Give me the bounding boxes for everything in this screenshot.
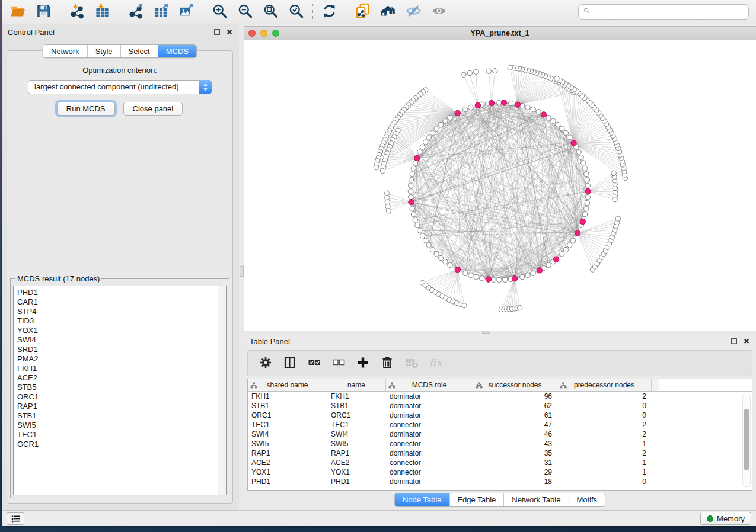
column-header-predecessor-nodes[interactable]: predecessor nodes [557, 379, 652, 391]
task-list-icon [11, 514, 21, 523]
table-settings-icon [259, 355, 273, 370]
delete-rows-button[interactable] [380, 355, 394, 371]
run-mcds-button[interactable]: Run MCDS [57, 102, 115, 116]
float-panel-icon[interactable] [213, 28, 221, 36]
column-header-MCDS-role[interactable]: MCDS role [386, 379, 473, 391]
cell: 0 [557, 402, 652, 410]
open-file-button[interactable] [10, 3, 26, 21]
close-panel-button[interactable]: Close panel [123, 102, 183, 116]
control-panel-header: Control Panel [2, 24, 239, 40]
task-list-button[interactable] [7, 512, 24, 525]
select-all-button[interactable] [307, 355, 321, 371]
table-settings-button[interactable] [259, 355, 273, 371]
vertical-splitter[interactable] [239, 24, 244, 511]
export-image-button[interactable] [178, 3, 194, 21]
show-columns-button[interactable] [283, 355, 297, 371]
close-window-icon[interactable] [248, 30, 256, 37]
criterion-dropdown[interactable]: largest connected component (undirected) [28, 80, 212, 94]
control-panel-title: Control Panel [8, 28, 55, 37]
column-header-name[interactable]: name [327, 379, 386, 391]
first-neighbors-button[interactable] [380, 3, 396, 21]
refresh-view-button[interactable] [321, 3, 337, 21]
table-row[interactable]: STB1STB1dominator620 [248, 401, 752, 411]
tab-network-table[interactable]: Network Table [503, 493, 568, 506]
hide-selected-button[interactable] [406, 3, 422, 21]
table-row[interactable]: TEC1TEC1connector472 [248, 420, 752, 430]
network-graph[interactable] [244, 40, 756, 331]
import-network-button[interactable] [69, 3, 85, 21]
close-panel-icon[interactable] [226, 28, 233, 36]
add-column-button[interactable] [356, 355, 370, 371]
column-header-shared-name[interactable]: shared name [248, 379, 327, 391]
tab-select[interactable]: Select [120, 45, 158, 57]
zoom-in-button[interactable] [212, 3, 228, 21]
cell: 1 [557, 468, 652, 476]
show-all-button[interactable] [431, 3, 447, 21]
save-session-button[interactable] [36, 3, 52, 21]
tab-motifs[interactable]: Motifs [568, 493, 605, 506]
tab-mcds[interactable]: MCDS [158, 45, 196, 57]
zoom-out-button[interactable] [237, 3, 253, 21]
table-row[interactable]: FKH1FKH1dominator962 [248, 392, 752, 401]
splitter-grip[interactable] [240, 266, 244, 277]
mcds-result-item[interactable]: STB1 [17, 411, 226, 421]
column-type-icon [388, 382, 395, 389]
mcds-result-item[interactable]: STP4 [17, 307, 226, 316]
cell: 1 [557, 440, 652, 448]
mcds-result-item[interactable]: FKH1 [17, 364, 226, 373]
close-panel-icon[interactable] [743, 338, 750, 345]
table-row[interactable]: SWI5SWI5connector431 [248, 439, 752, 448]
mcds-result-item[interactable]: SRD1 [17, 345, 226, 354]
export-table-button[interactable] [153, 3, 169, 21]
zoom-selected-button[interactable] [288, 3, 304, 21]
mcds-result-item[interactable]: TID3 [17, 316, 226, 326]
table-row[interactable]: SWI4SWI4dominator462 [248, 430, 752, 439]
refresh-view-icon [321, 3, 337, 19]
clone-network-button[interactable] [355, 3, 371, 21]
table-row[interactable]: ORC1ORC1dominator610 [248, 411, 752, 420]
cell: SWI5 [327, 440, 386, 448]
mcds-result-item[interactable]: PMA2 [17, 354, 226, 364]
mcds-result-item[interactable]: SWI5 [17, 421, 226, 430]
zoom-fit-button[interactable] [263, 3, 279, 21]
mcds-result-item[interactable]: PHD1 [17, 288, 226, 297]
deselect-all-button[interactable] [331, 355, 346, 371]
control-panel-tabs: NetworkStyleSelectMCDS [43, 44, 197, 58]
table-row[interactable]: YOX1YOX1connector291 [248, 467, 752, 477]
import-table-button[interactable] [94, 3, 110, 21]
tab-edge-table[interactable]: Edge Table [449, 493, 503, 506]
table-row[interactable]: PHD1PHD1dominator180 [248, 477, 752, 486]
column-header-successor-nodes[interactable]: successor nodes [473, 379, 557, 391]
table-row[interactable]: ACE2ACE2connector311 [248, 458, 752, 467]
mcds-result-item[interactable]: ACE2 [17, 373, 226, 383]
mcds-result-item[interactable]: TEC1 [17, 430, 226, 440]
network-canvas[interactable] [244, 40, 756, 331]
mcds-result-item[interactable]: STB5 [17, 383, 226, 392]
mcds-result-item[interactable]: GCR1 [17, 440, 226, 449]
mcds-result-item[interactable]: RAP1 [17, 402, 226, 411]
cell: TEC1 [327, 421, 386, 429]
table-row[interactable]: RAP1RAP1dominator352 [248, 448, 752, 458]
mcds-result-item[interactable]: CAR1 [17, 297, 226, 307]
deselect-all-icon [331, 355, 346, 370]
float-panel-icon[interactable] [731, 338, 738, 345]
scrollbar-thumb[interactable] [744, 409, 749, 470]
mcds-result-item[interactable]: ORC1 [17, 392, 226, 402]
open-file-icon [10, 3, 26, 19]
search-input[interactable] [595, 5, 748, 18]
network-window-title: YPA_prune.txt_1 [244, 29, 756, 37]
network-window-titlebar[interactable]: YPA_prune.txt_1 [244, 26, 756, 40]
export-network-button[interactable] [127, 3, 143, 21]
show-columns-icon [283, 355, 297, 370]
result-list-scrollbar[interactable] [218, 286, 226, 495]
tab-node-table[interactable]: Node Table [395, 493, 449, 506]
tab-network[interactable]: Network [43, 45, 87, 57]
minimize-window-icon[interactable] [260, 30, 267, 37]
mcds-result-item[interactable]: YOX1 [17, 326, 226, 335]
tab-style[interactable]: Style [87, 45, 120, 57]
maximize-window-icon[interactable] [272, 30, 279, 37]
memory-button[interactable]: Memory [700, 512, 751, 525]
cell: 29 [473, 468, 557, 476]
table-scrollbar[interactable] [742, 393, 751, 487]
mcds-result-item[interactable]: SWI4 [17, 335, 226, 345]
